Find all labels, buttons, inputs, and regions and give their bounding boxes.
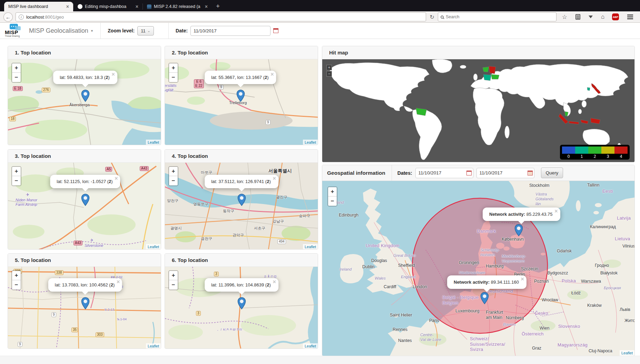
tab-misp-dashboard[interactable]: MISP live dashboard × <box>4 2 73 11</box>
panel-title: 3. Top location <box>8 150 161 163</box>
url-host: localhost <box>26 14 44 20</box>
reload-icon[interactable]: ↻ <box>429 14 435 20</box>
bookmark-star-icon[interactable]: ☆ <box>559 13 570 21</box>
page-title-dropdown[interactable]: MISP Geolocalisation ▾ <box>29 27 93 34</box>
zoom-level-select[interactable]: 11 ⌄ <box>137 26 154 36</box>
zoom-in-button[interactable]: + <box>169 271 178 280</box>
adblock-icon[interactable]: ABP <box>612 13 619 20</box>
date-to-input[interactable] <box>476 168 534 178</box>
close-icon[interactable]: × <box>111 72 115 77</box>
close-icon[interactable]: × <box>554 209 558 214</box>
site-info-icon[interactable]: i <box>19 14 24 20</box>
browser-navbar: ← i localhost:8001/geo ↻ ☆ ⌂ ABP <box>0 11 640 23</box>
close-icon[interactable]: × <box>273 279 276 285</box>
legend-swatch <box>562 146 575 154</box>
new-tab-button[interactable]: + <box>212 2 224 11</box>
legend-swatch <box>614 146 628 154</box>
leaflet-map-3[interactable]: + − × lat: 52.1125, lon: -1.0527 (2) Lea… <box>8 163 161 250</box>
zoom-out-button[interactable]: − <box>12 280 21 290</box>
zoom-out-button[interactable]: − <box>12 176 21 185</box>
leaflet-map-2[interactable]: + − × lat: 55.3667, lon: 13.1667 (2) Lea… <box>165 59 318 145</box>
leaflet-map-5[interactable]: + − × lat: 13.7083, lon: 100.4562 (2) Le… <box>8 267 161 349</box>
leaflet-map-6[interactable]: + − × lat: 11.3996, lon: 104.8639 (2) Le… <box>165 267 318 349</box>
zoom-out-button[interactable]: − <box>169 280 178 290</box>
leaflet-attribution[interactable]: Leaflet <box>303 343 318 349</box>
leaflet-attribution[interactable]: Leaflet <box>146 140 161 145</box>
zoom-in-button[interactable]: + <box>12 271 21 280</box>
zoom-level-label: Zoom level: <box>108 28 135 33</box>
zoom-out-button[interactable]: − <box>169 73 178 82</box>
tab-close-icon[interactable]: × <box>204 4 208 9</box>
leaflet-attribution[interactable]: Leaflet <box>146 244 161 250</box>
date-label: Date: <box>176 28 188 33</box>
zoom-in-button[interactable]: + <box>328 187 337 196</box>
home-icon[interactable]: ⌂ <box>598 13 607 20</box>
zoom-out-button[interactable]: − <box>12 73 21 82</box>
calendar-icon[interactable] <box>273 28 278 33</box>
dashboard-content: 1. Top location + − × <box>0 39 640 364</box>
search-icon <box>441 16 444 19</box>
close-icon[interactable]: × <box>115 176 118 181</box>
map-marker-icon[interactable] <box>237 194 246 206</box>
map-zoom-control: + − <box>168 166 178 186</box>
brand-subtitle: Threat Sharing <box>5 35 20 37</box>
map-marker-icon[interactable] <box>480 292 489 304</box>
zoom-in-button[interactable]: + <box>12 63 21 73</box>
search-input[interactable] <box>446 14 554 19</box>
map-popup: × lat: 52.1125, lon: -1.0527 (2) <box>50 175 120 188</box>
date-from-input[interactable] <box>415 168 473 178</box>
calendar-icon[interactable] <box>466 171 472 175</box>
page-footer <box>0 356 640 364</box>
zoom-in-button[interactable]: + <box>12 167 21 176</box>
tab-misp-release[interactable]: MISP 2.4.82 released (a × <box>143 2 212 11</box>
tab-close-icon[interactable]: × <box>66 4 70 9</box>
legend-value: 0 <box>562 154 575 159</box>
leaflet-attribution[interactable]: Leaflet <box>303 244 318 250</box>
hit-map[interactable]: + − 01234 <box>322 59 634 162</box>
hit-map-legend: 01234 <box>560 145 630 160</box>
close-icon[interactable]: × <box>521 276 524 282</box>
network-activity-popup: × Network activity: 85.229.43.75 <box>483 208 560 221</box>
zoom-in-button[interactable]: + <box>169 63 178 73</box>
leaflet-map-4[interactable]: + − × lat: 37.5112, lon: 126.9741 (2) Le… <box>165 163 318 250</box>
query-button[interactable]: Query <box>541 168 563 178</box>
panel-top-location-3: 3. Top location + − × lat: 52.1125, lon: <box>8 149 161 250</box>
map-marker-icon[interactable] <box>236 90 245 102</box>
close-icon[interactable]: × <box>270 72 274 77</box>
misp-logo: MISP Threat Sharing <box>5 23 23 38</box>
tab-github-editing[interactable]: Editing misp-dashboa × <box>73 2 142 11</box>
close-icon[interactable]: × <box>273 176 276 181</box>
map-marker-icon[interactable] <box>81 297 90 310</box>
calendar-icon[interactable] <box>528 171 533 175</box>
brand-name: MISP <box>5 29 18 35</box>
zoom-out-button[interactable]: − <box>326 71 332 77</box>
back-button[interactable]: ← <box>3 12 13 22</box>
map-popup: × lat: 13.7083, lon: 100.4562 (2) <box>48 278 122 292</box>
menu-icon[interactable] <box>627 14 633 16</box>
zoom-in-button[interactable]: + <box>169 167 178 176</box>
url-bar[interactable]: i localhost:8001/geo <box>16 12 426 21</box>
leaflet-attribution[interactable]: Leaflet <box>146 343 161 349</box>
map-marker-icon[interactable] <box>81 194 90 206</box>
reading-list-icon[interactable] <box>575 14 580 20</box>
map-tiles <box>322 181 634 356</box>
leaflet-map-1[interactable]: + − × lat: 59.4833, lon: 18.3 (2) Leafle… <box>8 59 161 145</box>
downloads-icon[interactable] <box>589 16 593 20</box>
search-box[interactable] <box>438 12 557 21</box>
map-marker-icon[interactable] <box>514 224 523 236</box>
close-icon[interactable]: × <box>117 279 120 285</box>
zoom-out-button[interactable]: − <box>169 176 178 185</box>
leaflet-attribution[interactable]: Leaflet <box>303 140 318 145</box>
date-input[interactable] <box>190 26 270 36</box>
geospatial-map[interactable]: + − × Network activity: 85.229.43.75 × N… <box>322 181 634 356</box>
zoom-in-button[interactable]: + <box>326 65 332 70</box>
map-marker-icon[interactable] <box>81 90 90 102</box>
legend-value: 2 <box>588 154 601 159</box>
tab-close-icon[interactable]: × <box>135 4 139 9</box>
leaflet-attribution[interactable]: Leaflet <box>620 350 634 356</box>
zoom-out-button[interactable]: − <box>328 196 337 206</box>
map-marker-icon[interactable] <box>237 297 246 310</box>
legend-swatch <box>601 146 614 154</box>
tab-title: MISP 2.4.82 released (a <box>154 4 202 9</box>
map-zoom-control: + − <box>11 270 21 290</box>
